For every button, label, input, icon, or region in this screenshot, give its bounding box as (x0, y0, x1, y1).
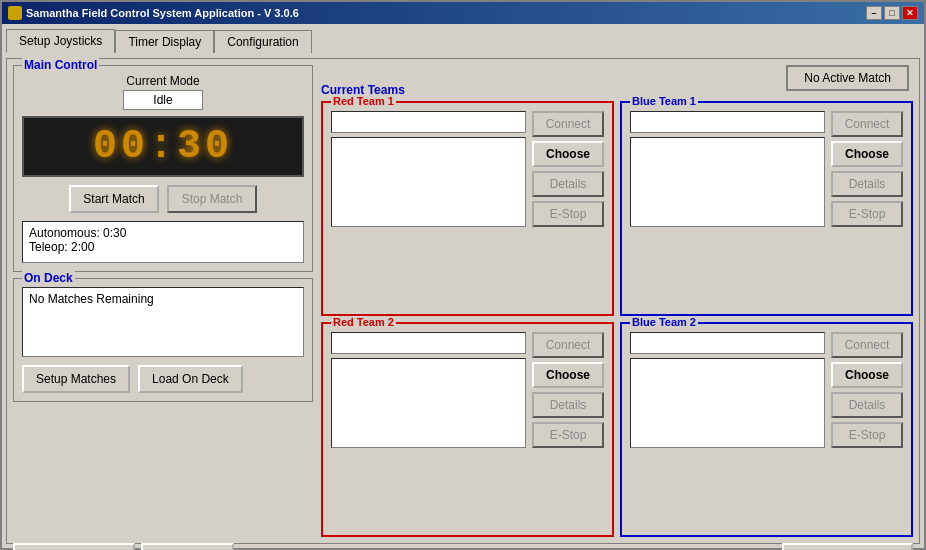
deck-buttons: Setup Matches Load On Deck (22, 365, 304, 393)
start-match-button[interactable]: Start Match (69, 185, 159, 213)
minimize-button[interactable]: – (866, 6, 882, 20)
blue-team-2-label: Blue Team 2 (630, 316, 698, 328)
red-team-2-info (331, 358, 526, 448)
app-icon (8, 6, 22, 20)
title-bar-left: Samantha Field Control System Applicatio… (8, 6, 299, 20)
blue-team-2-connect[interactable]: Connect (831, 332, 903, 358)
tab-timer-display[interactable]: Timer Display (115, 30, 214, 53)
blue-team-1-estop[interactable]: E-Stop (831, 201, 903, 227)
blue-team-2-info (630, 358, 825, 448)
blue-team-1-box: Blue Team 1 Connect Choose Details (620, 101, 913, 316)
blue-team-1-inner: Connect Choose Details E-Stop (630, 111, 903, 227)
content-area: Setup Joysticks Timer Display Configurat… (2, 24, 924, 548)
tab-bar: Setup Joysticks Timer Display Configurat… (6, 28, 920, 52)
remove-all-teams-button[interactable]: Remove All Teams (782, 543, 913, 550)
left-panel: Main Control Current Mode Idle 00:30 Sta… (13, 65, 313, 537)
red-team-1-estop[interactable]: E-Stop (532, 201, 604, 227)
on-deck-section: On Deck No Matches Remaining Setup Match… (13, 278, 313, 402)
on-deck-label: On Deck (22, 271, 75, 285)
current-mode-label: Current Mode (22, 74, 304, 88)
blue-team-2-choose[interactable]: Choose (831, 362, 903, 388)
red-team-2-inner: Connect Choose Details E-Stop (331, 332, 604, 448)
red-team-2-buttons: Connect Choose Details E-Stop (532, 332, 604, 448)
red-team-2-connect[interactable]: Connect (532, 332, 604, 358)
setup-matches-button[interactable]: Setup Matches (22, 365, 130, 393)
blue-team-1-details[interactable]: Details (831, 171, 903, 197)
blue-team-1-input-area (630, 111, 825, 227)
blue-team-2-inner: Connect Choose Details E-Stop (630, 332, 903, 448)
tab-configuration[interactable]: Configuration (214, 30, 311, 53)
main-control-label: Main Control (22, 58, 99, 72)
load-on-deck-button[interactable]: Load On Deck (138, 365, 243, 393)
teams-grid: Red Team 1 Connect Choose Details (321, 101, 913, 537)
blue-team-1-input[interactable] (630, 111, 825, 133)
red-team-2-details[interactable]: Details (532, 392, 604, 418)
red-team-1-box: Red Team 1 Connect Choose Details (321, 101, 614, 316)
on-deck-text: No Matches Remaining (29, 292, 297, 306)
red-team-1-label: Red Team 1 (331, 95, 396, 107)
red-team-2-input[interactable] (331, 332, 526, 354)
red-team-1-connect[interactable]: Connect (532, 111, 604, 137)
fta-report-button[interactable]: FTA Report (141, 543, 233, 550)
red-team-2-box: Red Team 2 Connect Choose Details (321, 322, 614, 537)
about-samo-fcs-button[interactable]: About SamoFCS (13, 543, 135, 550)
main-control-section: Main Control Current Mode Idle 00:30 Sta… (13, 65, 313, 272)
blue-team-1-label: Blue Team 1 (630, 95, 698, 107)
right-panel: Current Teams Red Team 1 C (321, 65, 913, 537)
blue-team-2-box: Blue Team 2 Connect Choose Details (620, 322, 913, 537)
blue-team-1-buttons: Connect Choose Details E-Stop (831, 111, 903, 227)
red-team-1-input-area (331, 111, 526, 227)
blue-team-2-input-area (630, 332, 825, 448)
match-info: Autonomous: 0:30 Teleop: 2:00 (22, 221, 304, 263)
red-team-1-buttons: Connect Choose Details E-Stop (532, 111, 604, 227)
tab-content: No Active Match Main Control Current Mod… (6, 58, 920, 544)
blue-team-2-estop[interactable]: E-Stop (831, 422, 903, 448)
red-team-2-label: Red Team 2 (331, 316, 396, 328)
stop-match-button[interactable]: Stop Match (167, 185, 257, 213)
autonomous-info: Autonomous: 0:30 (29, 226, 297, 240)
blue-team-2-buttons: Connect Choose Details E-Stop (831, 332, 903, 448)
blue-team-1-connect[interactable]: Connect (831, 111, 903, 137)
red-team-2-choose[interactable]: Choose (532, 362, 604, 388)
timer-display: 00:30 (22, 116, 304, 177)
teleop-info: Teleop: 2:00 (29, 240, 297, 254)
title-controls: – □ ✕ (866, 6, 918, 20)
red-team-1-input[interactable] (331, 111, 526, 133)
red-team-1-inner: Connect Choose Details E-Stop (331, 111, 604, 227)
on-deck-content: No Matches Remaining (22, 287, 304, 357)
red-team-1-details[interactable]: Details (532, 171, 604, 197)
title-bar: Samantha Field Control System Applicatio… (2, 2, 924, 24)
mode-value: Idle (123, 90, 203, 110)
blue-team-2-details[interactable]: Details (831, 392, 903, 418)
blue-team-1-info (630, 137, 825, 227)
red-team-1-choose[interactable]: Choose (532, 141, 604, 167)
window-title: Samantha Field Control System Applicatio… (26, 7, 299, 19)
main-layout: Main Control Current Mode Idle 00:30 Sta… (13, 65, 913, 537)
tab-setup-joysticks[interactable]: Setup Joysticks (6, 29, 115, 53)
bottom-bar: About SamoFCS FTA Report Remove All Team… (13, 543, 913, 550)
no-active-match-label: No Active Match (786, 65, 909, 91)
red-team-2-input-area (331, 332, 526, 448)
blue-team-2-input[interactable] (630, 332, 825, 354)
red-team-1-info (331, 137, 526, 227)
close-button[interactable]: ✕ (902, 6, 918, 20)
maximize-button[interactable]: □ (884, 6, 900, 20)
blue-team-1-choose[interactable]: Choose (831, 141, 903, 167)
red-team-2-estop[interactable]: E-Stop (532, 422, 604, 448)
main-window: Samantha Field Control System Applicatio… (0, 0, 926, 550)
match-buttons: Start Match Stop Match (22, 185, 304, 213)
bottom-left-buttons: About SamoFCS FTA Report (13, 543, 234, 550)
